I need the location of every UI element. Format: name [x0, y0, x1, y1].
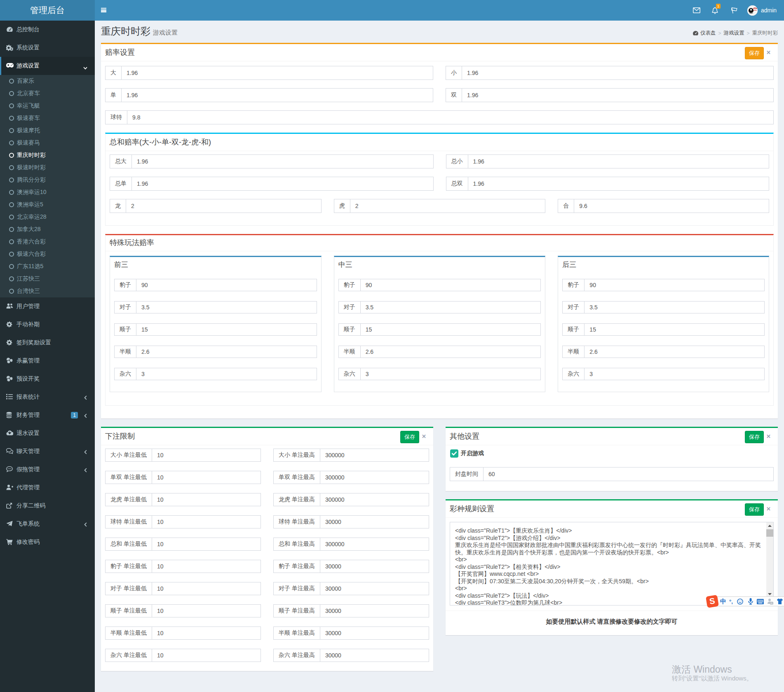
- svg-text:19: 19: [770, 602, 773, 604]
